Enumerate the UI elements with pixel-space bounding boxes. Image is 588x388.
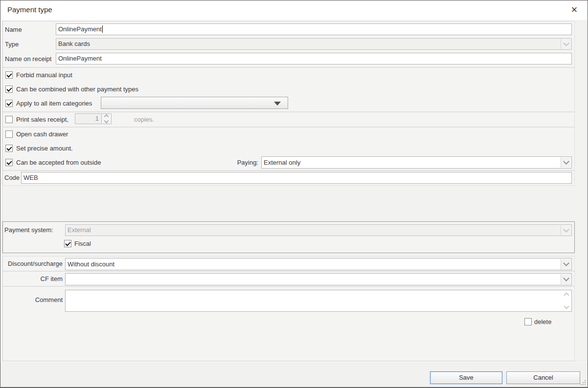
- chevron-down-icon: [564, 303, 569, 309]
- open-cash-drawer-checkbox[interactable]: [5, 130, 13, 138]
- print-sales-receipt-label[interactable]: Print sales receipt,: [16, 116, 68, 123]
- paying-select-dropdown-button[interactable]: [561, 157, 571, 168]
- grip-dot: [585, 382, 586, 383]
- type-select-value: Bank cards: [58, 40, 90, 47]
- chevron-down-icon: [104, 119, 109, 124]
- apply-all-categories-checkbox[interactable]: [5, 100, 13, 107]
- copies-stepper[interactable]: [102, 113, 112, 124]
- check-icon: [6, 100, 12, 106]
- accepted-from-outside-label[interactable]: Can be accepted from outside: [16, 159, 101, 166]
- comment-scrollbar[interactable]: [562, 291, 571, 311]
- copies-suffix-label: copies.: [134, 116, 154, 123]
- discount-dropdown-button[interactable]: [561, 259, 571, 269]
- print-sales-receipt-checkbox[interactable]: [5, 116, 13, 123]
- code-input-value: WEB: [23, 174, 38, 181]
- grip-dot: [583, 382, 584, 383]
- cancel-button[interactable]: Cancel: [506, 371, 580, 384]
- check-icon: [6, 72, 12, 77]
- chevron-down-icon: [563, 40, 569, 46]
- item-categories-dropdown[interactable]: [101, 97, 288, 109]
- name-input[interactable]: OnlinePayment: [56, 23, 572, 35]
- chevron-down-icon: [563, 275, 569, 281]
- grip-dot: [585, 380, 586, 381]
- apply-all-categories-label[interactable]: Apply to all item categories: [16, 100, 92, 107]
- grip-dot: [581, 384, 582, 385]
- delete-checkbox[interactable]: [524, 318, 532, 325]
- triangle-down-icon: [274, 102, 281, 106]
- type-label: Type: [5, 39, 19, 50]
- name-label: Name: [5, 24, 22, 36]
- code-input[interactable]: WEB: [21, 172, 572, 184]
- payment-type-dialog: Payment type × Name Type Name on receipt…: [0, 0, 588, 388]
- receipt-name-input[interactable]: OnlinePayment: [56, 53, 572, 65]
- can-be-combined-checkbox[interactable]: [5, 86, 13, 93]
- paying-select-value: External only: [264, 159, 300, 166]
- fiscal-checkbox[interactable]: [64, 240, 71, 247]
- paying-label: Paying:: [211, 159, 258, 166]
- forbid-manual-input-label[interactable]: Forbid manual input: [16, 71, 72, 79]
- check-icon: [6, 86, 12, 91]
- save-button[interactable]: Save: [430, 371, 502, 384]
- cf-item-select[interactable]: [65, 273, 572, 285]
- chevron-down-icon: [563, 260, 569, 266]
- check-icon: [6, 159, 12, 165]
- paying-select[interactable]: External only: [261, 156, 572, 169]
- delete-label[interactable]: delete: [534, 318, 551, 325]
- resize-grip-icon[interactable]: [580, 379, 586, 385]
- text-caret: [102, 25, 103, 33]
- receipt-name-input-value: OnlinePayment: [58, 55, 102, 62]
- set-precise-amount-checkbox[interactable]: [5, 145, 13, 152]
- type-select[interactable]: Bank cards: [56, 38, 572, 50]
- grip-dot: [585, 384, 586, 385]
- can-be-combined-label[interactable]: Can be combined with other payment types: [16, 86, 138, 93]
- set-precise-amount-label[interactable]: Set precise amount.: [16, 145, 73, 152]
- check-icon: [6, 145, 12, 151]
- close-icon[interactable]: ×: [568, 3, 581, 16]
- dialog-title: Payment type: [7, 5, 52, 14]
- title-bar: Payment type ×: [0, 0, 588, 21]
- copies-count-input[interactable]: 1: [75, 113, 102, 124]
- comment-textarea[interactable]: [65, 290, 572, 312]
- payment-system-label: Payment system:: [4, 224, 53, 236]
- button-bar: Save Cancel: [0, 362, 588, 387]
- open-cash-drawer-label[interactable]: Open cash drawer: [16, 130, 68, 138]
- chevron-up-icon: [564, 292, 569, 298]
- payment-system-dropdown-button: [561, 225, 571, 235]
- chevron-down-icon: [563, 158, 569, 165]
- discount-label: Discount/surcharge: [2, 258, 63, 270]
- name-input-value: OnlinePayment: [58, 25, 102, 33]
- fiscal-label[interactable]: Fiscal: [74, 240, 91, 247]
- grip-dot: [583, 384, 584, 385]
- receipt-label: Name on receipt: [5, 53, 51, 65]
- payment-system-select[interactable]: External: [65, 224, 572, 236]
- code-label: Code: [4, 172, 20, 184]
- discount-select-value: Without discount: [68, 260, 114, 268]
- cf-item-dropdown-button[interactable]: [561, 274, 571, 284]
- type-select-dropdown-button: [561, 39, 571, 49]
- cf-item-label: CF item: [2, 273, 63, 285]
- comment-label: Comment: [2, 294, 63, 306]
- chevron-down-icon: [563, 226, 569, 233]
- payment-system-select-value: External: [68, 226, 91, 234]
- accepted-from-outside-checkbox[interactable]: [5, 159, 13, 166]
- discount-select[interactable]: Without discount: [65, 258, 572, 270]
- forbid-manual-input-checkbox[interactable]: [5, 71, 13, 79]
- check-icon: [65, 240, 70, 246]
